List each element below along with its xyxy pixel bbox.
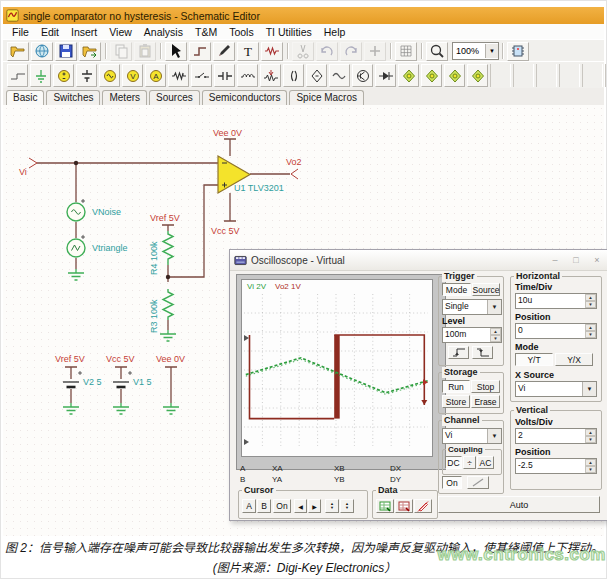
minimize-button[interactable]: – xyxy=(548,254,562,266)
copy-icon[interactable] xyxy=(110,42,132,61)
part-label-r3[interactable]: R3 100k xyxy=(149,289,159,333)
storage-store-button[interactable]: Store xyxy=(442,395,470,408)
spinner-buttons[interactable]: ▲▼ xyxy=(490,328,501,342)
trigger-rising-edge-icon[interactable] xyxy=(448,346,469,359)
voltage-source-icon[interactable] xyxy=(53,64,74,87)
menu-view[interactable]: View xyxy=(103,26,138,38)
macro-4-icon[interactable] xyxy=(467,64,488,87)
part-label-r4[interactable]: R4 100k xyxy=(149,231,159,275)
menu-help[interactable]: Help xyxy=(318,26,352,38)
macro-1-icon[interactable] xyxy=(398,64,419,87)
battery-icon[interactable] xyxy=(76,64,97,87)
menu-edit[interactable]: Edit xyxy=(35,26,65,38)
net-label-vcc-bot[interactable]: Vcc 5V xyxy=(106,354,135,364)
trigger-source-button[interactable]: Source xyxy=(472,283,500,296)
cursor-on-button[interactable]: On xyxy=(273,499,291,513)
voltsdiv-spinner[interactable]: 2 ▲▼ xyxy=(515,428,597,444)
part-label-v1[interactable]: V1 5 xyxy=(133,377,152,387)
net-label-vi[interactable]: Vi xyxy=(19,167,27,177)
storage-erase-button[interactable]: Erase xyxy=(471,395,500,408)
cursor-b-button[interactable]: B xyxy=(257,499,271,513)
channel-on-button[interactable]: On xyxy=(442,476,462,489)
xsource-select[interactable]: Vi ▼ xyxy=(515,381,597,397)
net-label-vref-bot[interactable]: Vref 5V xyxy=(55,354,85,364)
transistor-icon[interactable] xyxy=(352,64,373,87)
menu-tm[interactable]: T&M xyxy=(189,26,223,38)
menu-file[interactable]: File xyxy=(6,26,35,38)
storage-run-button[interactable]: Run xyxy=(442,380,470,393)
menu-analysis[interactable]: Analysis xyxy=(138,26,189,38)
chevron-down-icon[interactable]: ▼ xyxy=(487,429,501,443)
net-label-vee-top[interactable]: Vee 0V xyxy=(213,128,242,138)
magnifier-icon[interactable] xyxy=(426,42,448,61)
part-label-vnoise[interactable]: VNoise xyxy=(92,207,121,217)
part-label-vtriangle[interactable]: Vtriangle xyxy=(92,243,128,253)
cursor-right-icon[interactable]: ▶ xyxy=(308,499,321,513)
data-export-icon[interactable] xyxy=(376,499,394,513)
spinner-buttons[interactable]: ▲▼ xyxy=(585,459,596,473)
menu-tools[interactable]: Tools xyxy=(223,26,260,38)
cut-icon[interactable] xyxy=(292,42,314,61)
menu-insert[interactable]: Insert xyxy=(65,26,103,38)
tab-spice-macros[interactable]: Spice Macros xyxy=(289,90,364,105)
wave-source-icon[interactable] xyxy=(329,64,350,87)
paste-icon[interactable] xyxy=(134,42,156,61)
h-position-spinner[interactable]: 0 ▲▼ xyxy=(515,323,597,339)
maximize-button[interactable]: □ xyxy=(569,254,583,266)
macro-3-icon[interactable] xyxy=(444,64,465,87)
channel-slope-icon[interactable] xyxy=(467,476,489,489)
import-icon[interactable] xyxy=(79,42,101,61)
tab-sources[interactable]: Sources xyxy=(149,90,200,105)
potentiometer-icon[interactable] xyxy=(260,64,281,87)
voltmeter-icon[interactable]: V xyxy=(122,64,143,87)
oscilloscope-window[interactable]: Oscilloscope - Virtual – □ × Vi 2V Vo2 1… xyxy=(229,249,607,521)
spinner-buttons[interactable]: ▲▼ xyxy=(585,429,596,443)
channel-select[interactable]: Vi ▼ xyxy=(442,428,502,444)
storage-stop-button[interactable]: Stop xyxy=(471,380,500,393)
auto-button[interactable]: Auto xyxy=(438,496,600,513)
save-icon[interactable] xyxy=(55,42,77,61)
oscilloscope-title-bar[interactable]: Oscilloscope - Virtual – □ × xyxy=(230,250,607,271)
tab-switches[interactable]: Switches xyxy=(46,90,100,105)
trigger-falling-edge-icon[interactable] xyxy=(472,346,493,359)
spinner-buttons[interactable]: ▲▼ xyxy=(585,294,596,308)
switch-icon[interactable] xyxy=(191,64,212,87)
select-icon[interactable] xyxy=(165,42,187,61)
chevron-down-icon[interactable]: ▼ xyxy=(487,300,501,314)
tab-meters[interactable]: Meters xyxy=(102,90,147,105)
trigger-mode-button[interactable]: Mode xyxy=(442,283,471,296)
wire-icon[interactable] xyxy=(189,42,211,61)
pin-icon[interactable] xyxy=(507,42,529,61)
chevron-down-icon[interactable]: ▼ xyxy=(485,44,498,58)
zoom-level-dropdown[interactable]: 100% ▼ xyxy=(452,42,499,60)
diode-icon[interactable] xyxy=(375,64,396,87)
part-label-u1[interactable]: U1 TLV3201 xyxy=(234,183,284,193)
controlled-source-icon[interactable] xyxy=(306,64,327,87)
undo-icon[interactable] xyxy=(316,42,338,61)
coupling-dc-button[interactable]: DC xyxy=(445,456,462,469)
tab-basic[interactable]: Basic xyxy=(6,90,44,105)
net-label-vcc-mid[interactable]: Vcc 5V xyxy=(211,226,240,236)
resistor-icon[interactable] xyxy=(168,64,189,87)
ammeter-icon[interactable]: A xyxy=(145,64,166,87)
zoom-in-icon[interactable] xyxy=(364,42,386,61)
chevron-down-icon[interactable]: ▼ xyxy=(582,382,596,396)
title-bar[interactable]: single comparator no hysteresis - Schema… xyxy=(3,7,604,24)
data-edit-icon[interactable] xyxy=(414,499,432,513)
cursor-up-down-a-icon[interactable]: ▲▼ xyxy=(325,499,339,513)
close-button[interactable]: × xyxy=(590,254,604,266)
open-icon[interactable] xyxy=(7,42,29,61)
tab-semiconductors[interactable]: Semiconductors xyxy=(202,90,288,105)
coupling-ac-button[interactable]: AC xyxy=(477,456,494,469)
inductor-icon[interactable] xyxy=(237,64,258,87)
component-icon[interactable] xyxy=(261,42,283,61)
cursor-a-button[interactable]: A xyxy=(242,499,256,513)
v-position-spinner[interactable]: -2.5 ▲▼ xyxy=(515,458,597,474)
timediv-spinner[interactable]: 10u ▲▼ xyxy=(515,293,597,309)
ground-icon[interactable] xyxy=(30,64,51,87)
trigger-mode-select[interactable]: Single ▼ xyxy=(442,299,502,315)
cursor-up-down-b-icon[interactable]: ▲▼ xyxy=(340,499,354,513)
globe-icon[interactable] xyxy=(31,42,53,61)
menu-tiutilities[interactable]: TI Utilities xyxy=(260,26,318,38)
jumper-icon[interactable] xyxy=(7,64,28,87)
